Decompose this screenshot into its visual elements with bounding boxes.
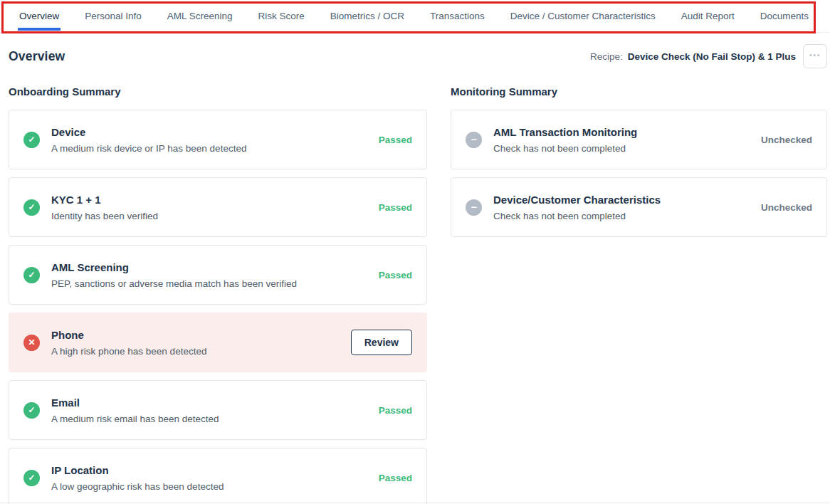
card-title: Device xyxy=(51,126,246,138)
summary-columns: Onboarding Summary ✓ Device A medium ris… xyxy=(0,75,830,504)
unchecked-icon: − xyxy=(466,199,482,216)
check-card-device: ✓ Device A medium risk device or IP has … xyxy=(9,110,427,169)
card-text: IP Location A low geographic risk has be… xyxy=(51,464,224,492)
card-title: AML Transaction Monitoring xyxy=(493,126,637,138)
status-badge: Passed xyxy=(370,135,412,145)
tab-documents[interactable]: Documents xyxy=(760,0,809,32)
card-text: AML Screening PEP, sanctions or adverse … xyxy=(51,261,297,289)
status-badge: Unchecked xyxy=(752,135,812,145)
recipe-value: Device Check (No Fail Stop) & 1 Plus xyxy=(628,51,796,62)
card-description: A medium risk email has been detected xyxy=(51,414,219,424)
overview-page: Overview Personal Info AML Screening Ris… xyxy=(0,0,830,504)
card-text: Device/Customer Characteristics Check ha… xyxy=(493,194,661,221)
card-text: Email A medium risk email has been detec… xyxy=(51,397,219,424)
onboarding-summary-section: Onboarding Summary ✓ Device A medium ris… xyxy=(9,75,427,504)
passed-icon: ✓ xyxy=(23,132,40,148)
tab-device-customer-characteristics[interactable]: Device / Customer Characteristics xyxy=(510,0,656,32)
card-description: PEP, sanctions or adverse media match ha… xyxy=(51,278,297,289)
card-text: Phone A high risk phone has been detecte… xyxy=(51,329,206,357)
tab-biometrics-ocr[interactable]: Biometrics / OCR xyxy=(330,0,404,32)
card-title: IP Location xyxy=(51,464,224,476)
passed-icon: ✓ xyxy=(23,470,40,486)
onboarding-summary-title: Onboarding Summary xyxy=(9,85,427,98)
passed-icon: ✓ xyxy=(23,267,40,283)
status-badge: Unchecked xyxy=(752,202,812,213)
unchecked-icon: − xyxy=(466,132,482,148)
tab-personal-info[interactable]: Personal Info xyxy=(85,0,142,32)
page-title: Overview xyxy=(9,49,65,64)
review-button[interactable]: Review xyxy=(351,330,412,355)
failed-icon: ✕ xyxy=(23,335,40,351)
passed-icon: ✓ xyxy=(23,199,40,216)
status-badge: Passed xyxy=(370,270,412,280)
more-options-button[interactable]: ••• xyxy=(803,44,827,68)
tab-overview[interactable]: Overview xyxy=(19,0,59,32)
tab-transactions[interactable]: Transactions xyxy=(430,0,485,32)
check-card-aml-screening: ✓ AML Screening PEP, sanctions or advers… xyxy=(9,245,427,305)
card-title: KYC 1 + 1 xyxy=(51,194,158,206)
status-badge: Passed xyxy=(370,202,412,213)
card-description: Identity has been verified xyxy=(51,211,158,221)
tab-bar: Overview Personal Info AML Screening Ris… xyxy=(0,0,830,33)
page-header: Overview Recipe: Device Check (No Fail S… xyxy=(0,33,830,68)
status-badge: Passed xyxy=(370,473,412,483)
check-card-kyc: ✓ KYC 1 + 1 Identity has been verified P… xyxy=(9,177,427,237)
bottom-divider xyxy=(0,503,830,503)
check-card-ip-location: ✓ IP Location A low geographic risk has … xyxy=(9,448,427,504)
check-card-email: ✓ Email A medium risk email has been det… xyxy=(9,380,427,440)
card-text: KYC 1 + 1 Identity has been verified xyxy=(51,194,158,221)
tab-audit-report[interactable]: Audit Report xyxy=(681,0,735,32)
card-description: A low geographic risk has been detected xyxy=(51,481,224,492)
tab-risk-score[interactable]: Risk Score xyxy=(258,0,305,32)
recipe-label: Recipe: xyxy=(590,51,623,62)
card-text: AML Transaction Monitoring Check has not… xyxy=(493,126,637,154)
status-badge: Passed xyxy=(370,405,412,416)
monitoring-summary-title: Monitoring Summary xyxy=(451,85,827,98)
card-description: A medium risk device or IP has been dete… xyxy=(51,143,246,154)
check-card-device-customer-characteristics: − Device/Customer Characteristics Check … xyxy=(451,177,827,237)
card-description: A high risk phone has been detected xyxy=(51,346,206,357)
card-title: AML Screening xyxy=(51,261,297,273)
passed-icon: ✓ xyxy=(23,402,40,419)
check-card-phone: ✕ Phone A high risk phone has been detec… xyxy=(9,313,427,372)
recipe-area: Recipe: Device Check (No Fail Stop) & 1 … xyxy=(590,44,827,68)
card-description: Check has not been completed xyxy=(493,143,637,154)
card-description: Check has not been completed xyxy=(493,211,661,221)
card-title: Device/Customer Characteristics xyxy=(493,194,661,206)
tab-aml-screening[interactable]: AML Screening xyxy=(167,0,233,32)
card-title: Email xyxy=(51,397,219,409)
monitoring-summary-section: Monitoring Summary − AML Transaction Mon… xyxy=(451,75,827,504)
check-card-aml-transaction-monitoring: − AML Transaction Monitoring Check has n… xyxy=(451,110,827,169)
card-text: Device A medium risk device or IP has be… xyxy=(51,126,246,154)
card-title: Phone xyxy=(51,329,206,341)
